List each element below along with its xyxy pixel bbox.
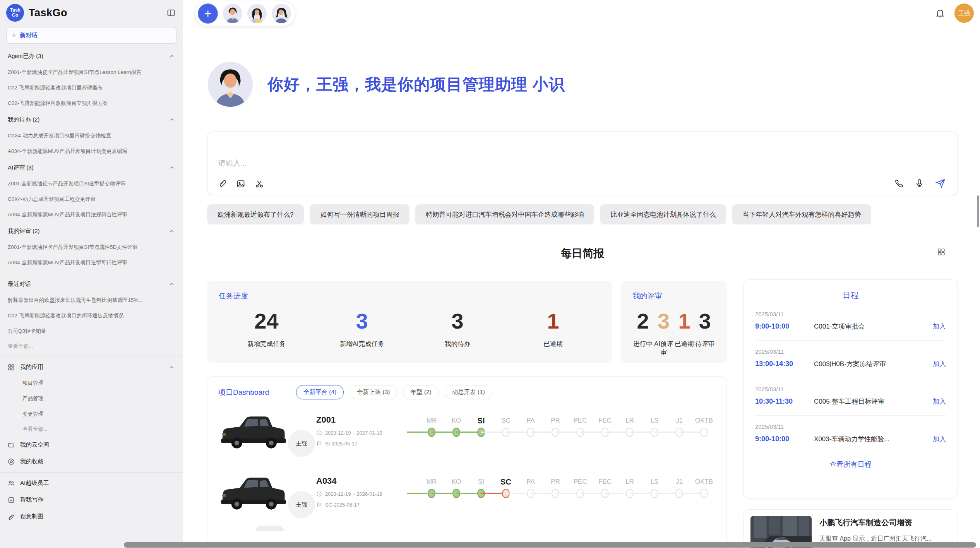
dashboard-filters: 全新平台 (4)全新上装 (3)年型 (2)动总开发 (1): [296, 385, 492, 399]
sidebar-task-item[interactable]: A034-全新新能源MUV产品开发项目法规符合性评审: [0, 207, 183, 223]
sidebar-task-item[interactable]: Z001-全新燃油轻卡产品开发项目SI节点属性5D文件评审: [0, 240, 183, 255]
sidebar-item-help-me-write[interactable]: 帮我写作: [0, 491, 183, 508]
sidebar-task-item[interactable]: Z001-全新燃油皮卡产品开发项目SI节点Lesson Learn报告: [0, 65, 183, 80]
suggestion-chip[interactable]: 如何写一份清晰的项目周报: [310, 204, 409, 224]
section-title: Agent已办 (3): [8, 53, 43, 60]
sidebar-item-ai-super-staff[interactable]: AI超级员工: [0, 475, 183, 491]
sidebar-task-item[interactable]: C0X4-动力总成开发项目SI里程碑提交物检查: [0, 128, 183, 144]
section-title: AI评审 (3): [8, 164, 34, 171]
greeting-block: 你好，王强，我是你的项目管理助理 小识: [208, 62, 565, 107]
sidebar-task-item[interactable]: Z001-全新燃油轻卡产品开发项目SI造型提交物评审: [0, 176, 183, 192]
sidebar-item-favorites[interactable]: 我的收藏: [0, 453, 183, 470]
microphone-icon[interactable]: [915, 178, 924, 188]
join-meeting-link[interactable]: 加入: [933, 397, 946, 406]
recent-chat-item[interactable]: C02-飞腾新能源轻客改款项目的闭环通告反馈情况: [0, 308, 183, 324]
dashboard-filter-pill[interactable]: 动总开发 (1): [445, 385, 492, 399]
assistant-avatar-1[interactable]: [223, 4, 242, 23]
milestone-label: FEC: [593, 415, 617, 426]
sidebar-task-item[interactable]: C0X4-动力总成开发项目工程变更评审: [0, 192, 183, 207]
project-row[interactable]: 王强 Z001 2023-12-19 ~ 2027-01-19: [207, 403, 726, 464]
paperclip-icon[interactable]: [218, 179, 227, 188]
recent-chats-header[interactable]: 最近对话: [0, 276, 183, 293]
suggestion-chip[interactable]: 当下年轻人对汽车外观有怎样的喜好趋势: [732, 204, 871, 224]
horizontal-scrollbar[interactable]: [124, 542, 976, 548]
assistant-avatar-2[interactable]: [247, 4, 267, 23]
scissors-icon[interactable]: [255, 179, 264, 188]
user-avatar[interactable]: 王强: [954, 3, 974, 23]
sidebar-task-item[interactable]: C02-飞腾新能源轻客改款项目里程碑画布: [0, 80, 183, 96]
milestone-track: MR KO: [419, 410, 716, 438]
chevron-up-icon[interactable]: [169, 116, 175, 123]
image-icon[interactable]: [236, 179, 245, 188]
milestone-label: SI: [469, 476, 493, 488]
project-row[interactable]: 王强 A034 2023-12-19 ~ 2026-01-19: [207, 464, 726, 526]
message-composer[interactable]: 请输入...: [207, 132, 958, 195]
view-all-schedule-link[interactable]: 查看所有日程: [744, 460, 958, 469]
plus-icon: +: [12, 31, 16, 39]
section-header[interactable]: AI评审 (3): [0, 159, 183, 176]
dashboard-filter-pill[interactable]: 年型 (2): [403, 385, 439, 399]
briefing-layout-icon[interactable]: [937, 248, 946, 256]
notification-bell-icon[interactable]: [935, 8, 945, 18]
stat: 1 已逾期: [674, 307, 694, 357]
clock-icon: [316, 491, 322, 497]
sidebar-task-item[interactable]: C02-飞腾新能源轻客改款项目立项汇报方案: [0, 96, 183, 111]
help-me-write-label: 帮我写作: [20, 496, 43, 503]
news-title: 小鹏飞行汽车制造公司增资: [819, 517, 932, 528]
join-meeting-link[interactable]: 加入: [933, 322, 946, 331]
sidebar-item-cloud-space[interactable]: 我的云空间: [0, 437, 183, 453]
schedule-item-row: 10:30-11:30 C005-整车工程目标评审 加入: [755, 397, 946, 406]
milestone: LS: [642, 476, 667, 499]
chevron-up-icon[interactable]: [169, 53, 175, 59]
app-item[interactable]: 产品管理: [0, 391, 183, 406]
sidebar-item-creative-drawing[interactable]: 创意制图: [0, 508, 183, 525]
app-item[interactable]: 变更管理: [0, 406, 183, 422]
assistant-avatar-3[interactable]: [272, 4, 291, 23]
recent-view-all[interactable]: 查看全部...: [0, 339, 183, 354]
apps-view-all[interactable]: 查看全部...: [0, 422, 183, 437]
join-meeting-link[interactable]: 加入: [933, 435, 946, 444]
project-owner-badge: 王强: [287, 490, 316, 519]
project-vehicle: 王强: [219, 410, 316, 454]
schedule-meeting-title: C001-立项审批会: [814, 322, 933, 331]
milestone-label: PA: [518, 476, 543, 488]
sidebar-collapse-icon[interactable]: [166, 8, 176, 17]
top-right-controls: 王强: [935, 3, 974, 23]
add-assistant-button[interactable]: +: [198, 3, 218, 24]
suggestion-chip[interactable]: 欧洲新规最近颁布了什么?: [207, 204, 304, 224]
join-meeting-link[interactable]: 加入: [933, 360, 946, 368]
truck-image: [219, 410, 288, 454]
stat: 3 我的待办: [410, 307, 505, 348]
project-date-range: 2023-12-19 ~ 2026-01-19: [325, 491, 382, 497]
schedule-item: 2025/03/11 9:00-10:00 X003-车辆动力学性能验... 加…: [755, 416, 946, 453]
milestone: SI: [469, 476, 493, 499]
dashboard-filter-pill[interactable]: 全新上装 (3): [350, 385, 397, 399]
stat-label: 已逾期: [674, 340, 694, 348]
chevron-up-icon[interactable]: [169, 281, 175, 287]
chevron-up-icon[interactable]: [169, 364, 175, 370]
dashboard-filter-pill[interactable]: 全新平台 (4): [296, 385, 344, 399]
chevron-up-icon[interactable]: [169, 228, 175, 234]
recent-chat-item[interactable]: 解释最新出台的欧盟报废车法规再生塑料比例被调至15%...: [0, 293, 183, 308]
stat-value: 3: [695, 307, 715, 335]
stat: 1 已逾期: [505, 307, 601, 348]
recent-chat-item[interactable]: 公司Q3轻卡销量: [0, 324, 183, 339]
phone-icon[interactable]: [894, 178, 904, 188]
send-icon[interactable]: [935, 178, 946, 188]
schedule-item: 2025/03/11 13:00-14:30 C003|H0B-方案冻结评审 加…: [755, 341, 946, 378]
vertical-scrollbar[interactable]: [977, 195, 979, 227]
cloud-space-label: 我的云空间: [20, 441, 49, 449]
chevron-up-icon[interactable]: [169, 164, 175, 171]
sidebar-task-item[interactable]: A034-全新新能源MUV产品开发项目计划变更表编写: [0, 144, 183, 159]
section-header[interactable]: 我的评审 (2): [0, 223, 183, 240]
section-header[interactable]: Agent已办 (3): [0, 48, 183, 65]
sidebar-task-item[interactable]: A034-全新新能源MUV产品开发项目造型可行性评审: [0, 255, 183, 271]
app-item[interactable]: 项目管理: [0, 375, 183, 391]
project-flag-row: SI-2025-05-17: [316, 441, 407, 447]
section-header[interactable]: 我的待办 (2): [0, 111, 183, 128]
project-info: A034 2023-12-19 ~ 2026-01-19: [316, 471, 407, 508]
my-apps-row[interactable]: 我的应用: [0, 359, 183, 375]
new-chat-button[interactable]: + 新对话: [6, 27, 176, 44]
suggestion-chip[interactable]: 特朗普可能对进口汽车增税会对中国车企造成哪些影响: [415, 204, 594, 224]
suggestion-chip[interactable]: 比亚迪全固态电池计划具体说了什么: [600, 204, 726, 224]
